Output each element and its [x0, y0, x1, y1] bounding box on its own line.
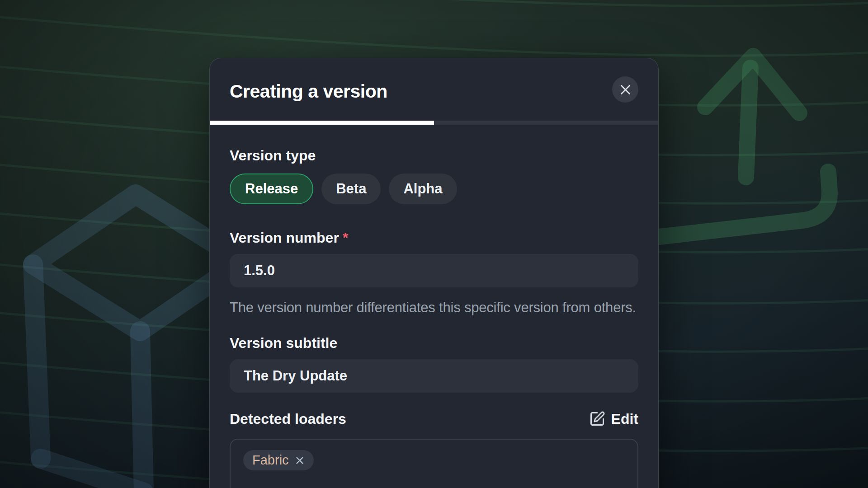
- version-subtitle-input[interactable]: [230, 359, 638, 393]
- modal-header: Creating a version: [210, 58, 658, 102]
- upload-arrow-icon: [659, 56, 830, 237]
- version-type-options: Release Beta Alpha: [230, 174, 638, 204]
- version-number-help: The version number differentiates this s…: [230, 297, 650, 318]
- edit-label: Edit: [611, 411, 638, 427]
- loader-chip-fabric: Fabric: [243, 450, 314, 470]
- loader-chip-label: Fabric: [252, 453, 289, 468]
- version-type-alpha[interactable]: Alpha: [389, 174, 457, 204]
- version-type-beta[interactable]: Beta: [321, 174, 381, 204]
- version-number-section: Version number* The version number diffe…: [230, 229, 638, 318]
- progress-bar-track: [210, 121, 658, 125]
- edit-loaders-button[interactable]: Edit: [589, 411, 638, 427]
- version-type-label: Version type: [230, 146, 638, 164]
- close-icon: [619, 84, 632, 96]
- remove-x-icon: [295, 455, 305, 465]
- version-subtitle-section: Version subtitle: [230, 334, 638, 393]
- detected-loaders-section: Detected loaders Edit Fabric: [230, 410, 638, 488]
- detected-loaders-box: Fabric: [230, 439, 638, 488]
- version-type-section: Version type Release Beta Alpha: [230, 146, 638, 204]
- modal-title: Creating a version: [230, 81, 638, 102]
- version-number-input[interactable]: [230, 254, 638, 287]
- close-button[interactable]: [612, 76, 638, 103]
- detected-loaders-label: Detected loaders: [230, 410, 346, 428]
- progress-bar-fill: [210, 121, 434, 125]
- create-version-modal: Creating a version Version type Release …: [209, 58, 659, 488]
- version-type-release[interactable]: Release: [230, 174, 313, 204]
- required-asterisk: *: [343, 230, 348, 246]
- detected-loaders-header: Detected loaders Edit: [230, 410, 638, 428]
- remove-loader-button[interactable]: [295, 455, 305, 465]
- edit-pencil-icon: [589, 411, 605, 427]
- modal-body: Version type Release Beta Alpha Version …: [210, 125, 658, 488]
- version-subtitle-label: Version subtitle: [230, 334, 638, 352]
- version-number-label: Version number*: [230, 229, 638, 247]
